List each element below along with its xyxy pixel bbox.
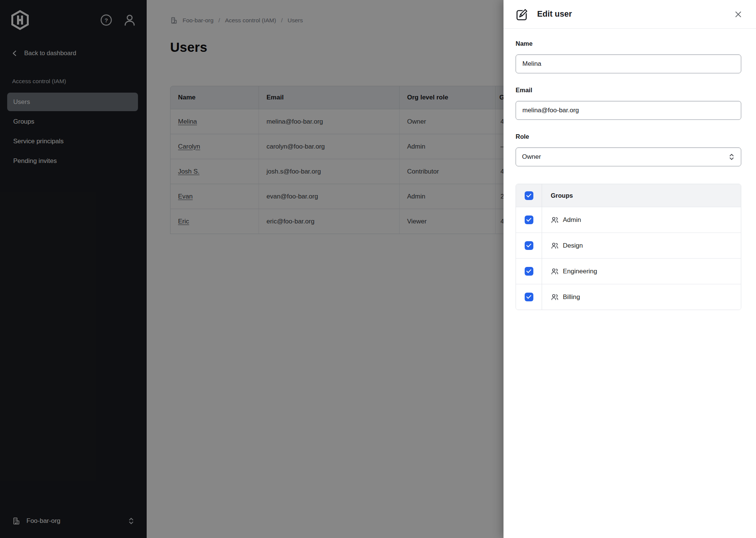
users-group-icon xyxy=(551,293,559,301)
group-checkbox[interactable] xyxy=(525,241,533,250)
edit-user-drawer: Edit user Name Email Role Owner xyxy=(503,0,756,538)
groups-table: Groups Admin xyxy=(516,184,741,310)
select-all-groups-checkbox[interactable] xyxy=(525,191,533,200)
groups-header-label: Groups xyxy=(551,192,573,199)
group-row-design: Design xyxy=(516,233,741,258)
edit-icon xyxy=(515,7,529,22)
group-checkbox[interactable] xyxy=(525,216,533,224)
groups-table-header-row: Groups xyxy=(516,184,741,207)
group-label: Design xyxy=(563,242,583,250)
group-label: Billing xyxy=(563,293,580,301)
name-field-group: Name xyxy=(516,40,741,73)
email-field-label: Email xyxy=(516,87,741,94)
role-select[interactable]: Owner xyxy=(516,147,741,166)
group-row-billing: Billing xyxy=(516,284,741,310)
group-label: Admin xyxy=(563,216,581,224)
role-field-label: Role xyxy=(516,133,741,140)
email-field-group: Email xyxy=(516,87,741,120)
group-checkbox[interactable] xyxy=(525,293,533,301)
role-select-value: Owner xyxy=(522,153,541,161)
group-label: Engineering xyxy=(563,268,597,275)
name-field-label: Name xyxy=(516,40,741,47)
email-field[interactable] xyxy=(516,101,741,120)
group-row-admin: Admin xyxy=(516,207,741,233)
close-icon[interactable] xyxy=(732,8,745,21)
unfold-chevrons-icon xyxy=(728,153,735,161)
drawer-header: Edit user xyxy=(503,0,756,29)
overlay-scrim[interactable] xyxy=(0,0,503,538)
users-group-icon xyxy=(551,242,559,250)
role-field-group: Role Owner xyxy=(516,133,741,166)
users-group-icon xyxy=(551,267,559,275)
group-row-engineering: Engineering xyxy=(516,258,741,284)
group-checkbox[interactable] xyxy=(525,267,533,276)
drawer-title: Edit user xyxy=(537,9,572,19)
users-group-icon xyxy=(551,216,559,224)
drawer-body: Name Email Role Owner Groups xyxy=(503,29,756,310)
name-field[interactable] xyxy=(516,54,741,73)
